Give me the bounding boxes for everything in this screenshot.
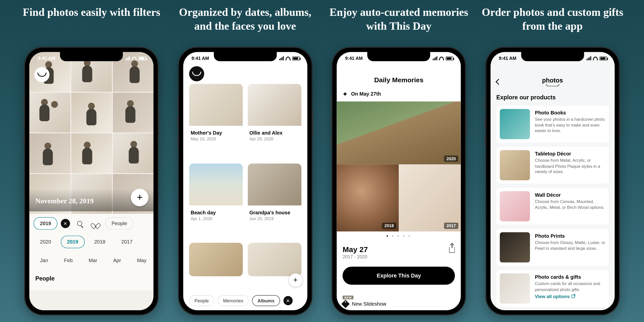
add-button[interactable]: + — [131, 189, 148, 206]
filter-chip-albums[interactable]: Albums — [252, 295, 280, 306]
marketing-layout: Find photos easily with filters 9:41 AM — [0, 0, 644, 322]
profile-avatar[interactable] — [189, 66, 204, 81]
battery-icon — [292, 56, 300, 60]
product-list: Photo Books See your photos in a hardcov… — [491, 106, 615, 307]
product-thumbnail — [500, 273, 530, 304]
new-slideshow-row[interactable]: New Slideshow — [343, 301, 386, 307]
share-button[interactable] — [449, 247, 455, 253]
product-title: Photo Books — [535, 110, 605, 116]
product-item[interactable]: Photo Books See your photos in a hardcov… — [496, 106, 609, 143]
year-range: 2017 - 2020 — [343, 254, 368, 259]
clear-filter-button[interactable]: ✕ — [61, 219, 70, 228]
year-chip[interactable]: 2019 — [61, 236, 85, 248]
view-all-link[interactable]: View all options — [535, 294, 605, 299]
photo-thumbnail[interactable] — [113, 93, 153, 132]
month-chip[interactable]: Mar — [82, 254, 103, 267]
album-card[interactable]: Ollie and Alex Apr 29, 2020 — [248, 84, 301, 158]
feature-column-filters: Find photos easily with filters 9:41 AM — [17, 6, 166, 315]
add-album-button[interactable]: + — [289, 273, 302, 287]
month-chip[interactable]: Feb — [58, 254, 79, 267]
filter-chip-people[interactable]: People — [189, 295, 214, 306]
wifi-icon — [593, 56, 598, 60]
product-item[interactable]: Photo cards & gifts Custom cards for all… — [496, 270, 609, 307]
album-date: Apr 29, 2020 — [249, 137, 300, 141]
signal-icon — [279, 56, 284, 60]
memory-photo: 2018 — [337, 164, 399, 231]
album-cover — [189, 163, 243, 205]
product-title: Photo cards & gifts — [535, 274, 605, 280]
page-dots: ● ● ● ● ● — [337, 231, 461, 238]
product-item[interactable]: Wall Décor Choose from Canvas, Mounted, … — [496, 188, 609, 225]
product-desc: Choose from Canvas, Mounted, Acrylic, Me… — [535, 199, 605, 210]
status-time: 9:41 AM — [38, 56, 55, 61]
memories-collage[interactable]: 2020 2018 2017 — [337, 101, 461, 231]
active-filter-chip[interactable]: 2019 — [34, 217, 58, 230]
status-time: 9:41 AM — [191, 56, 209, 61]
album-title: Grandpa's house — [249, 210, 300, 215]
album-card[interactable]: Grandpa's house Jun 25, 2019 — [248, 163, 301, 238]
feature-title: Organized by dates, albums, and the face… — [171, 6, 320, 35]
product-title: Photo Prints — [535, 233, 605, 239]
album-card[interactable]: Beach day Apr 1, 2020 — [189, 163, 243, 238]
tag-icon — [341, 300, 350, 308]
month-chip[interactable]: May — [131, 254, 149, 267]
status-time: 9:41 AM — [499, 56, 516, 61]
photo-thumbnail[interactable] — [29, 133, 70, 173]
feature-column-albums: Organized by dates, albums, and the face… — [171, 6, 320, 315]
photo-thumbnail[interactable] — [71, 93, 112, 132]
album-cover[interactable] — [189, 243, 243, 276]
signal-icon — [433, 56, 437, 60]
battery-icon — [446, 56, 453, 60]
feature-title: Order photos and custom gifts from the a… — [478, 6, 627, 35]
photo-thumbnail[interactable] — [71, 133, 112, 173]
feature-column-products: Order photos and custom gifts from the a… — [478, 6, 627, 315]
album-date: Apr 1, 2020 — [191, 216, 241, 221]
sparkle-icon: ✦ — [343, 91, 348, 97]
logo-text: photos — [542, 77, 563, 84]
year-chip[interactable]: 2017 — [115, 236, 139, 248]
search-button[interactable] — [73, 217, 86, 230]
photo-thumbnail[interactable] — [29, 93, 70, 132]
signal-icon — [126, 56, 130, 60]
smile-icon — [37, 72, 47, 77]
filters-panel: 2019 ✕ People 2020 2019 2018 2017 Jan — [29, 211, 153, 290]
month-chip[interactable]: Apr — [107, 254, 127, 267]
phone-notch — [60, 51, 123, 61]
album-cover — [189, 84, 243, 126]
album-title: Mother's Day — [191, 130, 241, 136]
back-button[interactable] — [496, 79, 502, 85]
product-desc: See your photos in a hardcover photo boo… — [535, 116, 605, 134]
album-title: Ollie and Alex — [249, 130, 300, 136]
filter-chip-memories[interactable]: Memories — [218, 295, 249, 306]
product-thumbnail — [500, 191, 530, 221]
product-thumbnail — [500, 232, 530, 262]
explore-this-day-button[interactable]: Explore This Day — [343, 267, 455, 285]
year-badge: 2017 — [444, 223, 458, 229]
product-item[interactable]: Tabletop Décor Choose from Metal, Acryli… — [496, 147, 609, 184]
year-chip[interactable]: 2018 — [88, 236, 112, 248]
album-card[interactable]: Mother's Day May 10, 2020 — [189, 84, 243, 158]
phone-mockup-memories: 9:41 AM Daily Memories ✦ On May 27th 202… — [332, 47, 466, 315]
album-date: May 10, 2020 — [191, 137, 241, 141]
battery-icon — [599, 56, 607, 60]
profile-avatar[interactable] — [34, 67, 50, 82]
products-section-title: Explore our products — [491, 90, 615, 106]
photo-thumbnail[interactable] — [113, 133, 153, 173]
favorites-button[interactable] — [89, 217, 102, 230]
signal-icon — [586, 56, 591, 60]
year-chip[interactable]: 2020 — [34, 236, 58, 248]
phone-mockup-filters: 9:41 AM — [24, 47, 158, 315]
bottom-filter-chips: People Memories Albums ✕ — [183, 295, 307, 306]
product-title: Tabletop Décor — [535, 151, 605, 157]
month-chip[interactable]: Jan — [34, 254, 54, 267]
product-thumbnail — [500, 109, 530, 139]
album-cover[interactable] — [248, 243, 301, 276]
product-thumbnail — [500, 150, 530, 180]
new-badge: NEW — [343, 296, 353, 299]
people-filter-chip[interactable]: People — [105, 217, 133, 230]
clear-filter-button[interactable]: ✕ — [283, 296, 293, 305]
phone-notch — [367, 51, 430, 61]
phone-mockup-products: 9:41 AM photos Explore our products — [486, 47, 620, 315]
photos-logo: photos — [542, 77, 563, 87]
product-item[interactable]: Photo Prints Choose from Glossy, Matte, … — [496, 229, 609, 266]
